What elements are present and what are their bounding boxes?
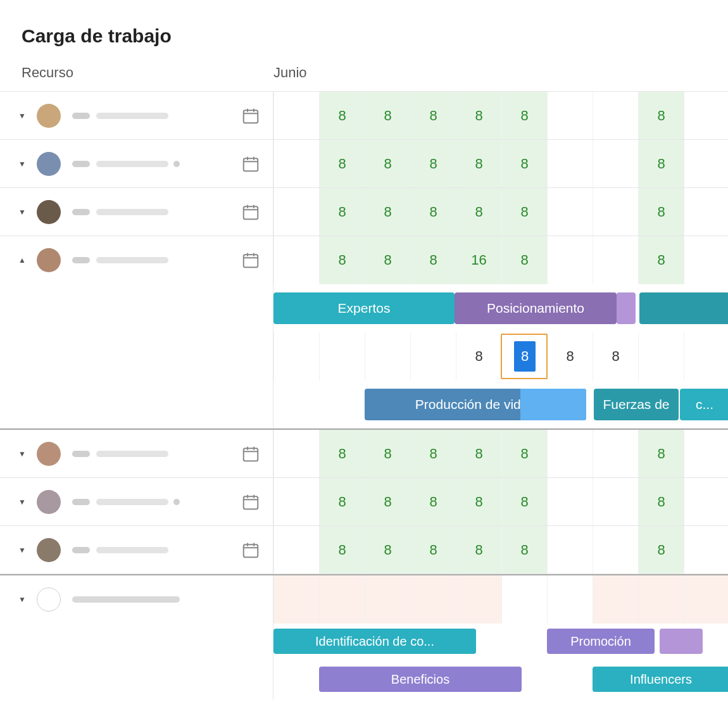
expand-caret-icon[interactable]: ▼	[14, 449, 30, 458]
task-bar[interactable]: Beneficios	[319, 667, 522, 692]
avatar[interactable]	[37, 200, 61, 224]
calendar-icon[interactable]	[241, 444, 260, 463]
task-bar[interactable]: Expertos	[273, 292, 455, 324]
task-bar[interactable]	[660, 629, 703, 654]
expand-caret-icon[interactable]: ▲	[14, 256, 30, 265]
task-bar[interactable]: Posicionamiento	[455, 292, 617, 324]
timeline: 888888	[273, 478, 728, 525]
selected-effort-chip[interactable]: 8	[514, 341, 536, 372]
task-bar[interactable]	[520, 389, 586, 420]
day-cell	[273, 188, 319, 235]
day-cell	[547, 478, 593, 525]
day-cell: 8	[456, 430, 501, 477]
task-bar[interactable]: c...	[680, 389, 728, 420]
day-cell: 8	[638, 430, 684, 477]
effort-cell	[319, 332, 365, 380]
avatar[interactable]	[37, 104, 61, 128]
resource-sidebar[interactable]: ▼	[0, 478, 273, 525]
workload-grid: ▼ 888888 ▼ 888888 ▼	[0, 91, 728, 700]
resource-sidebar[interactable]: ▼	[0, 526, 273, 574]
task-bar[interactable]	[639, 292, 728, 324]
name-placeholder	[72, 113, 90, 119]
expand-caret-icon[interactable]: ▼	[14, 111, 30, 120]
day-cell	[684, 575, 728, 624]
day-cell: 8	[365, 236, 410, 284]
day-cell: 8	[410, 236, 456, 284]
day-cell	[273, 236, 319, 284]
svg-rect-5	[244, 496, 258, 509]
timeline: 888888	[273, 92, 728, 139]
day-cell: 8	[319, 430, 365, 477]
expand-caret-icon[interactable]: ▼	[14, 595, 30, 604]
calendar-icon[interactable]	[241, 541, 260, 560]
effort-cell: 8	[547, 332, 593, 380]
expand-caret-icon[interactable]: ▼	[14, 160, 30, 168]
expand-caret-icon[interactable]: ▼	[14, 208, 30, 216]
detail-timeline: 88888	[273, 332, 728, 380]
day-cell	[273, 430, 319, 477]
detail-timeline: ExpertosPosicionamiento	[273, 284, 728, 332]
calendar-icon[interactable]	[241, 203, 260, 222]
day-cell	[319, 575, 365, 624]
day-cell: 8	[638, 236, 684, 284]
avatar[interactable]	[37, 248, 61, 272]
resource-sidebar[interactable]: ▲	[0, 236, 273, 284]
calendar-icon[interactable]	[241, 493, 260, 511]
effort-cell	[410, 332, 456, 380]
expand-caret-icon[interactable]: ▼	[14, 498, 30, 506]
detail-side	[0, 284, 273, 332]
task-bar[interactable]: Influencers	[593, 667, 728, 692]
timeline: 888888	[273, 430, 728, 477]
name-placeholder	[72, 451, 90, 457]
name-placeholder	[96, 257, 168, 263]
day-cell: 8	[638, 526, 684, 574]
name-placeholder	[72, 499, 90, 505]
task-bar[interactable]: Fuerzas de	[594, 389, 679, 420]
expand-caret-icon[interactable]: ▼	[14, 546, 30, 555]
day-cell	[684, 430, 728, 477]
day-cell	[684, 236, 728, 284]
name-placeholder	[96, 499, 168, 505]
day-cell: 8	[410, 188, 456, 235]
svg-rect-0	[244, 110, 258, 123]
avatar[interactable]	[37, 152, 61, 176]
calendar-icon[interactable]	[241, 251, 260, 270]
month-header: Junio	[273, 65, 728, 81]
svg-rect-4	[244, 448, 258, 461]
day-cell: 8	[365, 92, 410, 139]
day-cell: 8	[410, 140, 456, 187]
column-headers: Recurso Junio	[0, 65, 728, 91]
resource-sidebar[interactable]: ▼	[0, 140, 273, 187]
avatar[interactable]	[37, 538, 61, 562]
effort-cell	[273, 332, 319, 380]
task-bar[interactable]	[617, 292, 636, 324]
effort-cell	[684, 332, 728, 380]
day-cell	[593, 92, 638, 139]
page-title: Carga de trabajo	[0, 0, 728, 65]
resource-sidebar[interactable]: ▼	[0, 92, 273, 139]
day-cell	[593, 526, 638, 574]
day-cell	[593, 430, 638, 477]
name-placeholder	[173, 499, 180, 505]
resource-sidebar[interactable]: ▼	[0, 575, 273, 624]
day-cell: 8	[410, 92, 456, 139]
day-cell	[684, 140, 728, 187]
day-cell: 8	[319, 236, 365, 284]
timeline: 888888	[273, 526, 728, 574]
detail-side	[0, 380, 273, 428]
day-cell: 8	[365, 478, 410, 525]
task-bar[interactable]: Identificación de co...	[273, 629, 476, 654]
avatar[interactable]	[37, 490, 61, 514]
avatar[interactable]	[37, 442, 61, 466]
calendar-icon[interactable]	[241, 106, 260, 125]
detail-timeline: BeneficiosInfluencers	[273, 662, 728, 700]
day-cell	[593, 188, 638, 235]
resource-sidebar[interactable]: ▼	[0, 430, 273, 477]
calendar-icon[interactable]	[241, 154, 260, 173]
day-cell: 8	[501, 236, 547, 284]
task-bar[interactable]: Promoción	[547, 629, 655, 654]
avatar[interactable]	[37, 587, 61, 612]
name-placeholder	[96, 209, 168, 215]
resource-sidebar[interactable]: ▼	[0, 188, 273, 235]
day-cell	[456, 575, 501, 624]
